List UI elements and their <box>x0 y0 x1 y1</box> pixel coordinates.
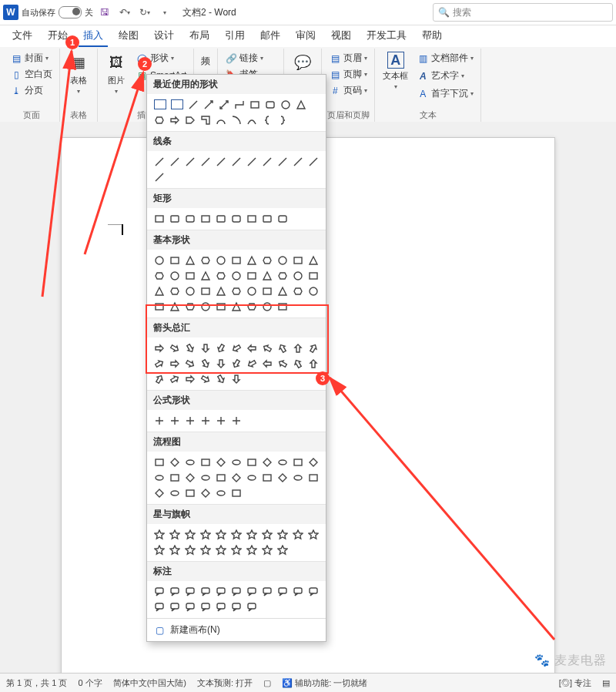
shape-star-1[interactable] <box>168 528 182 542</box>
shape-star-7[interactable] <box>260 528 274 542</box>
wordart-button[interactable]: A艺术字▾ <box>414 68 476 84</box>
shape-line-0[interactable] <box>152 155 166 169</box>
shape-star-18[interactable] <box>260 543 274 557</box>
shape-basic-1[interactable] <box>168 254 182 267</box>
shape-double-arrow[interactable] <box>217 98 231 112</box>
shape-half-arc[interactable] <box>214 113 228 127</box>
shape-arrow-2[interactable] <box>183 341 197 355</box>
toggle-icon[interactable] <box>59 6 82 18</box>
shape-call-8[interactable] <box>276 585 290 599</box>
status-lang[interactable]: 简体中文(中国大陆) <box>113 677 186 689</box>
shape-rect-0[interactable] <box>152 212 166 226</box>
shape-flow-13[interactable] <box>183 471 197 485</box>
shape-star-2[interactable] <box>183 528 197 542</box>
shape-arrow-22[interactable] <box>152 372 166 386</box>
shape-flow-6[interactable] <box>245 455 259 469</box>
shape-basic-41[interactable] <box>276 300 290 314</box>
shape-line-11[interactable] <box>152 170 166 184</box>
table-button[interactable]: ▦表格▾ <box>65 50 92 96</box>
shape-flow-15[interactable] <box>214 471 228 485</box>
shape-textbox-v[interactable] <box>171 99 183 109</box>
shape-line-1[interactable] <box>168 155 182 169</box>
shape-flow-18[interactable] <box>260 471 274 485</box>
footer-button[interactable]: ▤页脚▾ <box>326 66 370 82</box>
shape-basic-19[interactable] <box>276 269 290 283</box>
shape-flow-20[interactable] <box>291 471 305 485</box>
shape-star-19[interactable] <box>276 543 290 557</box>
header-button[interactable]: ▤页眉▾ <box>326 50 370 66</box>
shape-arrow-27[interactable] <box>229 372 243 386</box>
shape-basic-8[interactable] <box>276 254 290 267</box>
shape-eq-4[interactable] <box>214 414 228 428</box>
cover-page-button[interactable]: ▤封面▾ <box>8 50 55 66</box>
blank-page-button[interactable]: ▯空白页 <box>8 66 55 82</box>
tab-layout[interactable]: 布局 <box>182 25 217 47</box>
shape-basic-18[interactable] <box>260 269 274 283</box>
tab-mail[interactable]: 邮件 <box>253 25 288 47</box>
shape-flow-5[interactable] <box>229 455 243 469</box>
shape-star-12[interactable] <box>168 543 182 557</box>
status-focus[interactable]: [◎] 专注 <box>559 677 591 689</box>
shape-curve[interactable] <box>245 113 259 127</box>
shape-call-2[interactable] <box>183 585 197 599</box>
shape-eq-2[interactable] <box>183 414 197 428</box>
shape-arrow-line[interactable] <box>202 98 216 112</box>
shape-flow-23[interactable] <box>168 486 182 500</box>
shape-basic-40[interactable] <box>260 300 274 314</box>
shape-eq-1[interactable] <box>168 414 182 428</box>
shape-triangle[interactable] <box>294 98 308 112</box>
autosave[interactable]: 自动保存 关 <box>22 6 93 18</box>
shape-arrow-5[interactable] <box>229 341 243 355</box>
status-words[interactable]: 0 个字 <box>78 677 102 689</box>
shape-line-7[interactable] <box>260 155 274 169</box>
pagenum-button[interactable]: #页码▾ <box>326 82 370 99</box>
shape-star-16[interactable] <box>229 543 243 557</box>
shape-call-9[interactable] <box>291 585 305 599</box>
shape-basic-12[interactable] <box>168 269 182 283</box>
shape-call-6[interactable] <box>245 585 259 599</box>
undo-button[interactable]: ↶▾ <box>116 4 133 21</box>
tab-devtools[interactable]: 开发工具 <box>359 25 414 47</box>
shape-flow-14[interactable] <box>199 471 213 485</box>
shape-basic-28[interactable] <box>245 284 259 298</box>
shape-basic-32[interactable] <box>306 284 320 298</box>
shape-flow-7[interactable] <box>260 455 274 469</box>
shape-arrow-24[interactable] <box>183 372 197 386</box>
link-button[interactable]: 🔗链接▾ <box>223 50 279 66</box>
shape-elbow[interactable] <box>233 98 246 112</box>
shape-basic-29[interactable] <box>260 284 274 298</box>
shape-arrow-26[interactable] <box>214 372 228 386</box>
shape-basic-37[interactable] <box>214 300 228 314</box>
shape-star-17[interactable] <box>245 543 259 557</box>
status-display-icon[interactable]: ▢ <box>263 678 271 688</box>
shape-call-17[interactable] <box>245 600 259 614</box>
tab-view[interactable]: 视图 <box>323 25 359 47</box>
shape-call-0[interactable] <box>152 585 166 599</box>
shape-basic-0[interactable] <box>152 254 166 267</box>
shape-flow-12[interactable] <box>168 471 182 485</box>
shape-flow-3[interactable] <box>199 455 213 469</box>
shape-call-10[interactable] <box>306 585 320 599</box>
shape-flow-10[interactable] <box>306 455 320 469</box>
shape-arrow-10[interactable] <box>306 341 320 355</box>
shape-star-11[interactable] <box>152 543 166 557</box>
shape-rect-2[interactable] <box>183 212 197 226</box>
shape-flow-1[interactable] <box>168 455 182 469</box>
shape-eq-5[interactable] <box>229 414 243 428</box>
shape-line-3[interactable] <box>199 155 213 169</box>
tab-file[interactable]: 文件 <box>5 25 40 47</box>
shape-call-14[interactable] <box>199 600 213 614</box>
shape-arrow-block[interactable] <box>168 113 182 127</box>
shape-flow-11[interactable] <box>152 471 166 485</box>
tab-references[interactable]: 引用 <box>217 25 253 47</box>
shape-L[interactable] <box>199 113 213 127</box>
shape-basic-10[interactable] <box>306 254 320 267</box>
shape-star-9[interactable] <box>291 528 305 542</box>
shape-hexagon[interactable] <box>152 113 166 127</box>
shape-basic-5[interactable] <box>229 254 243 267</box>
shape-pentagon[interactable] <box>183 113 197 127</box>
shape-line-10[interactable] <box>306 155 320 169</box>
shape-flow-19[interactable] <box>276 471 290 485</box>
shape-arc[interactable] <box>229 113 243 127</box>
shape-rect-5[interactable] <box>229 212 243 226</box>
